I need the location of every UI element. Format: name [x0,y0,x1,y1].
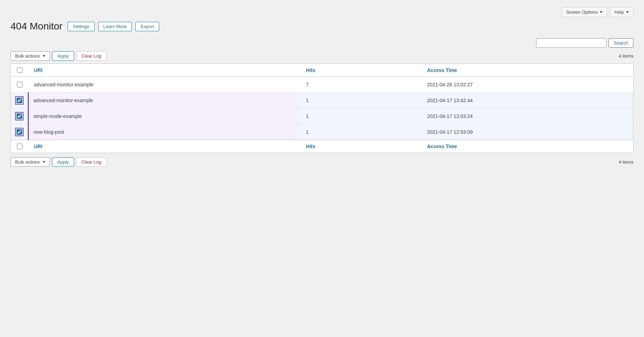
col-header-hits[interactable]: Hits [300,64,421,77]
bulk-actions-button-bottom[interactable]: Bulk actions [11,157,50,167]
screen-options-label: Screen Options [566,9,598,15]
bulk-actions-chevron-icon-top [43,55,45,57]
row-uri-1: advanced-monitor-example [28,93,301,108]
row-uri-2: simple-mode-example [28,108,301,124]
select-all-header [11,64,28,77]
table-row: advanced-monitor-example12021-04-17 13:4… [11,93,633,108]
col-footer-hits[interactable]: Hits [300,140,421,153]
export-button[interactable]: Export [135,22,159,31]
help-label: Help [614,9,624,15]
table-row: new-blog-post12021-04-17 12:53:09 [11,124,633,140]
items-count-top: 4 items [619,53,633,59]
clear-log-button-top[interactable]: Clear Log [76,51,107,61]
row-hits-2: 1 [300,108,421,124]
data-table: URI Hits Access Time advanced-monitor-ex… [11,64,633,153]
row-checkbox-cell-2 [11,108,28,124]
row-checkbox-1[interactable] [17,98,22,103]
bulk-actions-label-top: Bulk actions [15,53,40,59]
clear-log-button-bottom[interactable]: Clear Log [76,157,107,167]
table-row: advanced-monitor-example72021-04-26 13:0… [11,77,633,93]
apply-button-bottom[interactable]: Apply [52,157,74,167]
select-all-checkbox-footer[interactable] [17,144,22,149]
row-hits-3: 1 [300,124,421,140]
row-access-time-2: 2021-04-17 13:03:24 [421,108,633,124]
row-access-time-1: 2021-04-17 13:42:44 [421,93,633,108]
col-footer-access-time[interactable]: Access Time [421,140,633,153]
bulk-actions-label-bottom: Bulk actions [15,159,40,165]
page-title: 404 Monitor [11,21,63,32]
bottom-toolbar: Bulk actions Apply Clear Log 4 items [11,157,633,167]
row-uri-0: advanced-monitor-example [28,77,301,93]
col-header-access-time[interactable]: Access Time [421,64,633,77]
row-checkbox-0[interactable] [17,82,22,87]
bulk-actions-chevron-icon-bottom [43,161,45,163]
row-access-time-0: 2021-04-26 13:02:27 [421,77,633,93]
help-chevron-icon [626,11,629,13]
search-row: Search [11,38,633,48]
page-header: 404 Monitor Settings Learn More Export [11,21,633,32]
row-checkbox-cell-1 [11,93,28,108]
table-footer-row: URI Hits Access Time [11,140,633,153]
help-button[interactable]: Help [610,7,633,17]
settings-button[interactable]: Settings [67,22,95,31]
row-access-time-3: 2021-04-17 12:53:09 [421,124,633,140]
row-checkbox-2[interactable] [17,113,22,119]
learn-more-button[interactable]: Learn More [98,22,132,31]
apply-button-top[interactable]: Apply [52,51,74,61]
search-input[interactable] [536,38,606,48]
table-row: simple-mode-example12021-04-17 13:03:24 [11,108,633,124]
select-all-checkbox[interactable] [17,67,22,73]
row-checkbox-cell-0 [11,77,28,93]
col-header-uri[interactable]: URI [28,64,301,77]
col-footer-uri[interactable]: URI [28,140,301,153]
screen-options-button[interactable]: Screen Options [562,7,607,17]
row-checkbox-3[interactable] [17,129,22,135]
bulk-actions-button-top[interactable]: Bulk actions [11,51,50,61]
row-hits-1: 1 [300,93,421,108]
top-toolbar: Bulk actions Apply Clear Log 4 items [11,51,633,61]
select-all-footer [11,140,28,153]
table-header-row: URI Hits Access Time [11,64,633,77]
screen-options-chevron-icon [600,11,603,13]
row-checkbox-cell-3 [11,124,28,140]
row-hits-0: 7 [300,77,421,93]
row-uri-3: new-blog-post [28,124,301,140]
search-button[interactable]: Search [608,38,633,48]
items-count-bottom: 4 items [619,159,633,165]
